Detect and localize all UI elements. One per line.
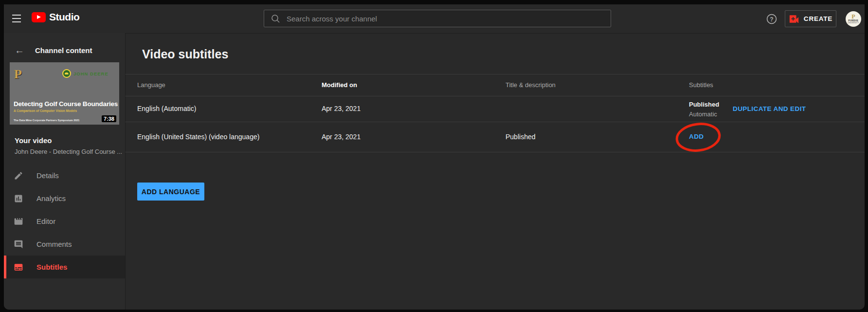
editor-icon [14, 217, 23, 226]
thumbnail-footer: The Data Mine Corporate Partners Symposi… [14, 119, 79, 122]
table-top-divider [125, 74, 865, 74]
thumbnail-subtitle: A Comparison of Computer Vision Models [14, 109, 77, 112]
youtube-studio-logo[interactable]: Studio [32, 11, 79, 23]
create-video-icon [789, 15, 799, 23]
pencil-icon [14, 171, 23, 181]
thumbnail-title: Detecting Golf Course Boundaries [14, 100, 118, 108]
duplicate-and-edit-button[interactable]: DUPLICATE AND EDIT [733, 96, 806, 122]
add-language-button[interactable]: ADD LANGUAGE [137, 183, 204, 201]
topbar: Studio ? CREATE [4, 4, 865, 33]
search-icon [271, 14, 280, 23]
video-name: John Deere - Detecting Golf Course ... [15, 148, 122, 155]
subtitles-icon [14, 262, 23, 272]
column-header-title-description: Title & description [506, 74, 556, 96]
analytics-icon [14, 194, 23, 203]
row1-subtitles-substatus: Automatic [689, 110, 717, 119]
brand-name: Studio [49, 11, 79, 23]
create-button[interactable]: CREATE [785, 10, 836, 27]
sidebar-item-subtitles[interactable]: Subtitles [4, 256, 125, 278]
column-header-modified-on: Modified on [322, 74, 357, 96]
youtube-play-icon [32, 12, 46, 22]
help-icon[interactable]: ? [766, 14, 777, 24]
comments-icon [14, 239, 23, 249]
back-arrow-icon[interactable]: ← [15, 45, 24, 55]
sidebar-menu: Details Analytics Editor Comments [4, 164, 125, 278]
row2-language: English (United States) (video language) [137, 122, 259, 152]
john-deere-deer-icon [62, 69, 71, 78]
sidebar-item-details[interactable]: Details [4, 164, 125, 187]
avatar-text-2: UNIVERSITY [848, 22, 859, 24]
back-navigation: ← Channel content [4, 42, 125, 58]
account-avatar[interactable]: P PURDUE UNIVERSITY [846, 11, 861, 27]
search-input[interactable] [287, 15, 604, 23]
row1-modified-on: Apr 23, 2021 [322, 96, 361, 122]
studio-window: Studio ? CREATE [4, 4, 865, 310]
sidebar-item-analytics[interactable]: Analytics [4, 187, 125, 210]
page-title: Video subtitles [142, 47, 228, 61]
row2-title-description: Published [506, 122, 536, 152]
row1-language: English (Automatic) [137, 96, 196, 122]
search-bar[interactable] [264, 10, 611, 27]
row2-modified-on: Apr 23, 2021 [322, 122, 361, 152]
add-subtitles-button[interactable]: ADD [689, 122, 704, 152]
create-button-label: CREATE [804, 15, 832, 22]
video-duration-badge: 7:38 [102, 115, 116, 122]
video-thumbnail[interactable]: P JOHN DEERE Detecting Golf Course Bound… [10, 62, 119, 125]
table-bottom-divider [125, 152, 865, 152]
sidebar-item-editor[interactable]: Editor [4, 210, 125, 233]
sidebar-divider [125, 33, 126, 310]
hamburger-menu-icon[interactable] [12, 15, 21, 22]
screenshot-page: Studio ? CREATE [0, 0, 868, 312]
john-deere-logo: JOHN DEERE [62, 69, 108, 78]
purdue-logo: P [14, 68, 22, 81]
row1-subtitles-status: Published [689, 100, 719, 110]
back-label: Channel content [35, 46, 92, 55]
svg-text:?: ? [770, 16, 773, 23]
avatar-letter: P [851, 14, 855, 19]
sidebar-item-comments[interactable]: Comments [4, 233, 125, 256]
column-header-language: Language [137, 74, 165, 96]
your-video-heading: Your video [15, 136, 52, 145]
column-header-subtitles: Subtitles [689, 74, 713, 96]
